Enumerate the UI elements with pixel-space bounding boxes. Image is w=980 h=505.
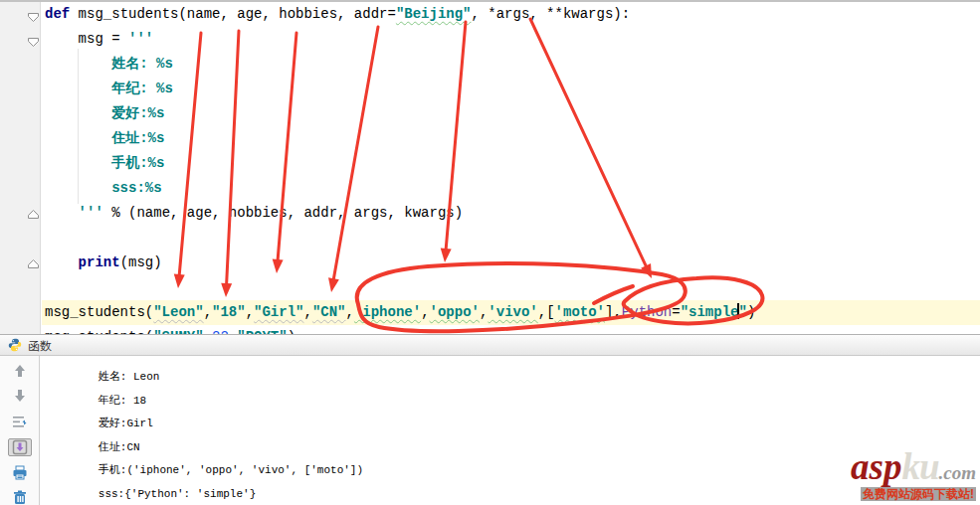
code-token: = (672, 304, 680, 320)
code-lines[interactable]: def msg_students(name, age, hobbies, add… (42, 2, 980, 350)
code-token: 手机:%s (45, 155, 164, 171)
console-line: 年纪: 18 (46, 390, 781, 414)
clear-all-icon[interactable] (8, 490, 32, 505)
watermark: aspku.com 免费网站源码下载站! (851, 448, 976, 501)
code-token: sss:%s (45, 180, 162, 196)
code-line[interactable]: 姓名: %s (42, 52, 980, 77)
code-token: "Beijing" (396, 6, 472, 22)
scroll-up-icon[interactable] (8, 363, 32, 379)
fold-marker-end-icon[interactable] (27, 206, 40, 217)
code-token: 'iphone' (354, 304, 421, 320)
code-token: ], (605, 304, 622, 320)
print-icon[interactable] (8, 465, 32, 481)
soft-wrap-icon[interactable] (8, 413, 32, 428)
code-token: 'moto' (555, 304, 605, 320)
code-token: msg = (45, 31, 128, 47)
editor-gutter (0, 2, 41, 334)
code-token: print (79, 254, 120, 270)
watermark-brand: aspku.com (851, 448, 976, 485)
console-line: 住址:CN (46, 436, 781, 460)
code-token: 年纪: %s (45, 81, 173, 96)
code-token: ) (747, 304, 755, 320)
code-token: % (name, age, hobbies, addr, args, kwarg… (103, 205, 463, 221)
code-token: "Leon" (153, 304, 203, 320)
python-logo-icon (8, 338, 22, 356)
scroll-down-icon[interactable] (8, 388, 32, 404)
scroll-to-end-icon[interactable] (8, 438, 32, 456)
code-line[interactable]: print(msg) (42, 251, 980, 275)
code-token: , (303, 304, 311, 320)
code-line[interactable]: 住址:%s (42, 126, 980, 151)
console-line: 手机:('iphone', 'oppo', 'vivo', ['moto']) (46, 459, 781, 483)
code-token: , *args, **kwargs): (472, 6, 631, 22)
code-token: " (738, 304, 746, 320)
code-token: def (45, 6, 70, 22)
code-token: ''' (79, 205, 103, 221)
code-token: 爱好:%s (45, 105, 164, 121)
console-line: 爱好:Girl (46, 413, 781, 436)
code-token: msg_students(name, age, hobbies, addr= (70, 6, 396, 22)
code-editor-pane[interactable]: def msg_students(name, age, hobbies, add… (0, 2, 980, 334)
console-output: 姓名: Leon 年纪: 18 爱好:Girl 住址:CN 手机:('iphon… (46, 366, 781, 505)
fold-marker-end-icon[interactable] (27, 255, 40, 266)
code-token: , (204, 304, 212, 320)
code-line[interactable] (42, 226, 980, 251)
code-token: msg_students( (45, 304, 153, 320)
code-line[interactable]: 手机:%s (42, 151, 980, 176)
console-tab-label[interactable]: 函数 (28, 338, 52, 355)
code-token: 住址:%s (45, 130, 164, 146)
code-token: , (246, 304, 254, 320)
fold-marker-expanded-icon[interactable] (27, 34, 40, 45)
watermark-subtitle: 免费网站源码下载站! (861, 487, 976, 501)
code-token: "simple (681, 304, 739, 320)
code-token: Python (622, 304, 672, 320)
code-line[interactable]: msg = ''' (42, 27, 980, 52)
code-token: 'vivo' (488, 304, 537, 320)
code-line[interactable]: 爱好:%s (42, 101, 980, 126)
code-line[interactable]: 年纪: %s (42, 77, 980, 101)
code-token: ,[ (538, 304, 555, 320)
code-line-current[interactable]: msg_students("Leon","18","Girl","CN",'ip… (42, 300, 980, 325)
code-token: "CN" (312, 304, 346, 320)
code-token (45, 205, 79, 221)
code-line[interactable] (42, 275, 980, 300)
code-token: , (421, 304, 429, 320)
code-token (45, 254, 79, 270)
code-line[interactable]: sss:%s (42, 176, 980, 201)
code-token: ''' (128, 31, 153, 47)
code-line[interactable]: def msg_students(name, age, hobbies, add… (42, 2, 980, 27)
console-line: sss:{'Python': 'simple'} (46, 483, 781, 505)
code-token: "18" (212, 304, 246, 320)
code-token: 'oppo' (430, 304, 480, 320)
code-token: 姓名: %s (45, 56, 173, 72)
console-line: 姓名: Leon (46, 366, 781, 390)
code-token: (msg) (120, 254, 162, 270)
code-token: , (346, 304, 354, 320)
code-token: "Girl" (254, 304, 303, 320)
run-console-panel: 函数 (0, 334, 980, 505)
console-toolbar (0, 356, 40, 505)
code-line[interactable]: ''' % (name, age, hobbies, addr, args, k… (42, 201, 980, 226)
console-header: 函数 (0, 335, 980, 356)
fold-marker-expanded-icon[interactable] (27, 9, 40, 20)
